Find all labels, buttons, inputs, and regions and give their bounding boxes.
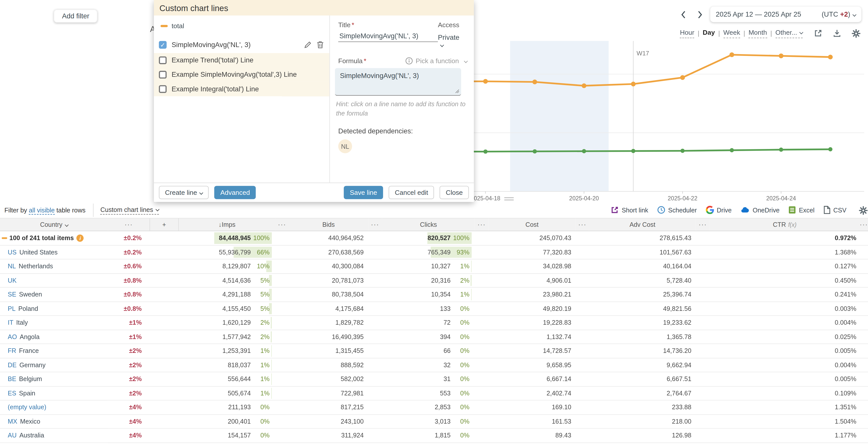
column-options-button[interactable]: ··· [108,218,150,231]
table-row-country-cell[interactable]: AOAngola [0,330,108,344]
column-header-cost[interactable]: Cost [488,218,576,231]
cell-spacer [149,316,179,330]
country-code-link[interactable]: NL [8,263,16,269]
line-checkbox-checked[interactable]: ✓ [159,41,167,49]
country-code-link[interactable]: US [8,249,17,255]
date-range-picker[interactable]: 2025 Apr 12 — 2025 Apr 25 (UTC +2) [710,6,862,22]
export-chart-button[interactable] [813,28,824,39]
column-header-bids[interactable]: Bids [289,218,368,231]
line-checkbox[interactable] [159,85,167,93]
table-row-country-cell[interactable]: 100 of 241 total itemsi [0,231,108,245]
table-row-country-cell[interactable]: NLNetherlands [0,260,108,274]
series-legend-item[interactable]: total [154,19,330,33]
add-filter-button[interactable]: Add filter [54,9,97,23]
granularity-controls: Hour|Day|Week|Month|Other... [680,28,861,39]
table-row-country-cell[interactable]: PLPoland [0,302,108,316]
metric-value: 200,401 [179,418,251,424]
table-row-country-cell[interactable]: ITItaly [0,316,108,330]
export-scheduler[interactable]: Scheduler [657,205,697,215]
create-line-button[interactable]: Create line [159,186,209,199]
next-period-button[interactable] [694,8,706,21]
metric-share: 1% [251,376,270,382]
download-chart-button[interactable] [832,28,842,39]
table-row-country-cell[interactable]: ESSpain [0,386,108,401]
country-code-link[interactable]: FR [8,348,17,354]
country-code-link[interactable]: MX [8,418,18,424]
table-row-country-cell[interactable]: UK [0,274,108,288]
table-row-country-cell[interactable]: (empty value) [0,401,108,415]
column-header-adv-cost[interactable]: Adv Cost [589,218,696,231]
country-code-link[interactable]: UK [8,277,17,283]
example-line-label[interactable]: Example SimpleMovingAvg('total',3) Line [172,71,329,78]
chart-resize-handle[interactable] [504,198,514,202]
custom-chart-lines-dropdown[interactable]: Custom chart lines [100,206,159,214]
granularity-other[interactable]: Other... [775,28,803,38]
export-short-link[interactable]: Short link [611,205,648,215]
granularity-week[interactable]: Week [723,28,740,38]
table-row-country-cell[interactable]: FRFrance [0,344,108,358]
granularity-month[interactable]: Month [749,28,767,38]
country-code-link[interactable]: DE [8,362,17,368]
delete-trash-icon[interactable] [317,41,324,49]
save-line-button[interactable]: Save line [344,186,383,199]
column-options-button[interactable]: ··· [696,218,710,231]
all-visible-link[interactable]: all visible [29,207,55,215]
formula-textarea[interactable]: SimpleMovingAvg('NL', 3) [335,68,461,96]
table-row-country-cell[interactable]: BEBelgium [0,372,108,386]
country-code-link[interactable]: AU [8,432,17,439]
country-code-link[interactable]: PL [8,305,16,312]
column-options-button[interactable]: ··· [368,218,382,231]
cell-spacer [696,302,710,316]
table-row-country-cell[interactable]: AUAustralia [0,429,108,443]
column-options-button[interactable]: ··· [475,218,488,231]
resize-grip-icon[interactable] [455,89,460,94]
pick-function-dropdown[interactable]: Pick a function [405,57,469,65]
export-onedrive[interactable]: OneDrive [741,205,780,215]
granularity-day[interactable]: Day [703,29,715,37]
bids-cell: 817,215 [289,401,368,415]
edit-pencil-icon[interactable] [304,41,312,49]
example-line-label[interactable]: Example Integral('total') Line [172,85,329,93]
cell-spacer [368,401,382,415]
column-header-imps[interactable]: ↓ Imps [179,218,275,231]
title-input[interactable]: SimpleMovingAvg('NL', 3) [338,29,438,42]
info-icon[interactable]: i [76,234,84,242]
example-line-label[interactable]: Example Trend('total') Line [172,56,329,64]
chart-settings-button[interactable] [850,28,862,39]
line-checkbox[interactable] [159,71,167,78]
close-button[interactable]: Close [440,186,469,199]
table-row-country-cell[interactable]: USUnited States [0,245,108,260]
country-code-link[interactable]: AO [8,334,17,340]
column-options-button[interactable]: ··· [576,218,589,231]
advanced-button[interactable]: Advanced [214,186,256,199]
cell-spacer [860,302,868,316]
onedrive-icon [741,205,750,215]
line-checkbox[interactable] [159,56,167,64]
table-settings-button[interactable] [859,205,868,215]
country-code-link[interactable]: IT [8,319,13,326]
dependency-chip[interactable]: NL [338,139,352,153]
export-excel[interactable]: Excel [788,205,815,215]
table-row-country-cell[interactable]: SESweden [0,288,108,302]
cancel-edit-button[interactable]: Cancel edit [389,186,434,199]
table-row-country-cell[interactable]: DEGermany [0,358,108,372]
access-select[interactable]: Private [438,34,464,49]
column-options-button[interactable]: ··· [860,218,868,231]
column-options-button[interactable]: ··· [275,218,289,231]
column-header-ctr[interactable]: CTRf(x) [710,218,860,231]
column-header-clicks[interactable]: Clicks [382,218,475,231]
add-column-button[interactable]: + [149,218,179,231]
custom-line-label[interactable]: SimpleMovingAvg('NL', 3) [172,41,304,49]
column-header-country[interactable]: Country [0,218,108,231]
country-code-link[interactable]: BE [8,376,17,382]
export-drive[interactable]: Drive [706,205,732,215]
table-row-country-cell[interactable]: MXMexico [0,415,108,429]
country-code-link[interactable]: SE [8,291,17,298]
ctr-value: 0.004% [835,319,860,326]
ctr-cell: 0.004% [710,358,860,372]
country-code-link[interactable]: ES [8,390,17,397]
prev-period-button[interactable] [677,8,689,21]
chevron-down-icon [199,191,203,195]
export-csv[interactable]: CSV [824,205,846,215]
granularity-hour[interactable]: Hour [680,28,694,38]
